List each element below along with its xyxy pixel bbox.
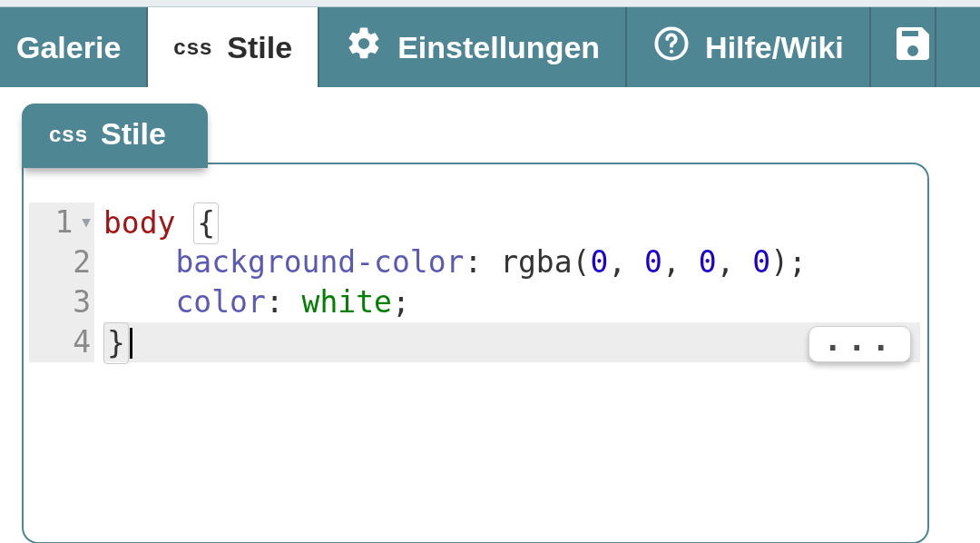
- tab-settings[interactable]: Einstellungen: [319, 7, 627, 87]
- panel-title: Stile: [101, 116, 166, 152]
- line-number: 4: [38, 322, 91, 362]
- code-editor[interactable]: 1▼ 2 3 4 body { background-color: rgba(0…: [24, 202, 927, 362]
- svg-point-1: [670, 50, 673, 54]
- fold-icon[interactable]: ▼: [82, 215, 91, 230]
- tab-help-label: Hilfe/Wiki: [705, 30, 844, 65]
- tab-help[interactable]: Hilfe/Wiki: [627, 7, 871, 87]
- code-line[interactable]: background-color: rgba(0, 0, 0, 0);: [103, 242, 927, 282]
- workspace: css Stile 1▼ 2 3 4 body { background-col…: [0, 87, 980, 543]
- help-icon: [652, 25, 691, 70]
- styles-panel: css Stile 1▼ 2 3 4 body { background-col…: [22, 104, 929, 543]
- css-icon: css: [173, 35, 212, 60]
- tab-gallery-label: Galerie: [16, 30, 121, 65]
- panel-header: css Stile: [22, 104, 208, 168]
- tab-save[interactable]: [871, 7, 936, 87]
- code-line[interactable]: color: white;: [103, 282, 927, 322]
- text-caret: [130, 328, 132, 359]
- save-icon: [891, 22, 935, 73]
- code-line[interactable]: }: [103, 322, 920, 362]
- window-top-edge: [0, 0, 980, 7]
- editor-content[interactable]: body { background-color: rgba(0, 0, 0, 0…: [94, 202, 927, 362]
- line-number: 3: [38, 282, 91, 322]
- tab-gallery[interactable]: Galerie: [0, 7, 148, 87]
- tab-settings-label: Einstellungen: [397, 30, 600, 65]
- line-number: 1▼: [38, 202, 91, 242]
- panel-body: 1▼ 2 3 4 body { background-color: rgba(0…: [22, 163, 929, 543]
- more-button[interactable]: ...: [808, 326, 911, 362]
- editor-gutter: 1▼ 2 3 4: [29, 202, 94, 362]
- code-line[interactable]: body {: [103, 202, 927, 242]
- css-icon: css: [49, 122, 88, 147]
- main-tab-bar: Galerie css Stile Einstellungen Hilfe/Wi…: [0, 7, 980, 87]
- tab-styles[interactable]: css Stile: [148, 7, 319, 87]
- tab-styles-label: Stile: [227, 30, 292, 65]
- line-number: 2: [38, 242, 91, 282]
- gear-icon: [345, 25, 383, 70]
